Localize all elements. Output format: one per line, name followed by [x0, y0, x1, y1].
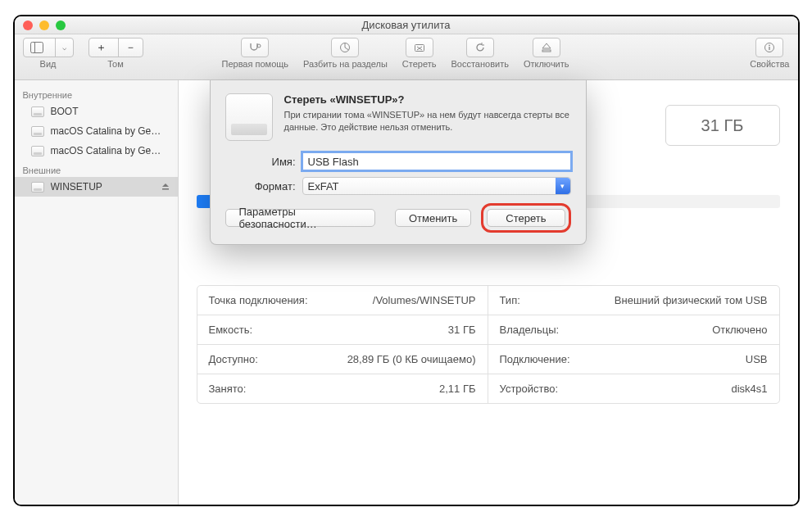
svg-rect-8 [769, 47, 770, 50]
detail-type: Тип:Внешний физический том USB [488, 286, 779, 315]
firstaid-label: Первая помощь [222, 59, 289, 69]
volume-label: Том [107, 59, 124, 69]
info-label: Свойства [750, 59, 789, 69]
format-label: Формат: [225, 180, 302, 193]
format-select[interactable]: ExFAT ▾ [302, 177, 571, 195]
dialog-message: При стирании тома «WINSETUP» на нем буду… [284, 109, 571, 134]
eject-icon [540, 42, 553, 53]
sidebar-header-external: Внешние [15, 161, 178, 177]
detail-device: Устройство:disk4s1 [488, 374, 779, 403]
toolbar: ⌵ Вид ＋－ Том Первая помощь Разбить на ра… [15, 34, 798, 80]
disk-icon [31, 146, 44, 156]
partition-button[interactable] [331, 38, 359, 57]
svg-rect-0 [30, 43, 43, 53]
detail-connection: Подключение:USB [488, 344, 779, 374]
view-button[interactable]: ⌵ [23, 38, 74, 57]
sidebar: Внутренние BOOT macOS Catalina by Ge… ma… [15, 80, 179, 505]
chevron-updown-icon: ▾ [556, 178, 570, 194]
highlight-ring: Стереть [481, 203, 570, 233]
sidebar-item-catalina-2[interactable]: macOS Catalina by Ge… [15, 141, 178, 161]
erase-label: Стереть [402, 59, 437, 69]
restore-label: Восстановить [451, 59, 508, 69]
svg-rect-5 [542, 50, 551, 52]
erase-confirm-button[interactable]: Стереть [487, 209, 565, 227]
capacity-badge: 31 ГБ [665, 105, 780, 146]
window: Дисковая утилита ⌵ Вид ＋－ Том Первая пом… [13, 15, 800, 506]
detail-mountpoint: Точка подключения:/Volumes/WINSETUP [197, 286, 488, 315]
firstaid-button[interactable] [241, 38, 269, 57]
stethoscope-icon [248, 42, 261, 53]
detail-used: Занято:2,11 ГБ [197, 374, 488, 403]
svg-rect-9 [162, 188, 169, 190]
restore-button[interactable] [466, 38, 494, 57]
unmount-label: Отключить [524, 59, 569, 69]
disk-icon [31, 182, 44, 193]
sidebar-item-catalina-1[interactable]: macOS Catalina by Ge… [15, 121, 178, 141]
pie-icon [338, 42, 352, 53]
sidebar-item-winsetup[interactable]: WINSETUP [15, 177, 178, 197]
drive-icon [225, 93, 273, 141]
disk-icon [31, 126, 44, 137]
name-input[interactable] [302, 152, 571, 170]
info-icon [763, 42, 776, 53]
detail-owners: Владельцы:Отключено [488, 315, 779, 344]
sidebar-icon [30, 42, 43, 53]
erase-dialog: Стереть «WINSETUP»? При стирании тома «W… [210, 80, 587, 245]
detail-available: Доступно:28,89 ГБ (0 КБ очищаемо) [197, 344, 488, 374]
view-label: Вид [40, 59, 57, 69]
disk-icon [31, 106, 44, 117]
cancel-button[interactable]: Отменить [395, 209, 471, 227]
dialog-title: Стереть «WINSETUP»? [284, 93, 571, 106]
detail-capacity: Емкость:31 ГБ [197, 315, 488, 344]
svg-point-7 [769, 44, 770, 46]
format-value: ExFAT [308, 180, 339, 193]
sidebar-header-internal: Внутренние [15, 85, 178, 102]
restore-icon [474, 42, 487, 53]
security-options-button[interactable]: Параметры безопасности… [225, 209, 375, 227]
partition-label: Разбить на разделы [303, 59, 388, 69]
erase-icon [413, 42, 426, 53]
titlebar: Дисковая утилита [15, 16, 798, 34]
unmount-button[interactable] [533, 38, 560, 57]
details-grid: Точка подключения:/Volumes/WINSETUP Тип:… [197, 285, 780, 404]
name-label: Имя: [225, 156, 302, 168]
window-title: Дисковая утилита [15, 19, 798, 31]
erase-button[interactable] [406, 38, 433, 57]
eject-icon[interactable] [161, 183, 170, 191]
info-button[interactable] [755, 38, 783, 57]
volume-button[interactable]: ＋－ [88, 38, 143, 57]
sidebar-item-boot[interactable]: BOOT [15, 102, 178, 121]
